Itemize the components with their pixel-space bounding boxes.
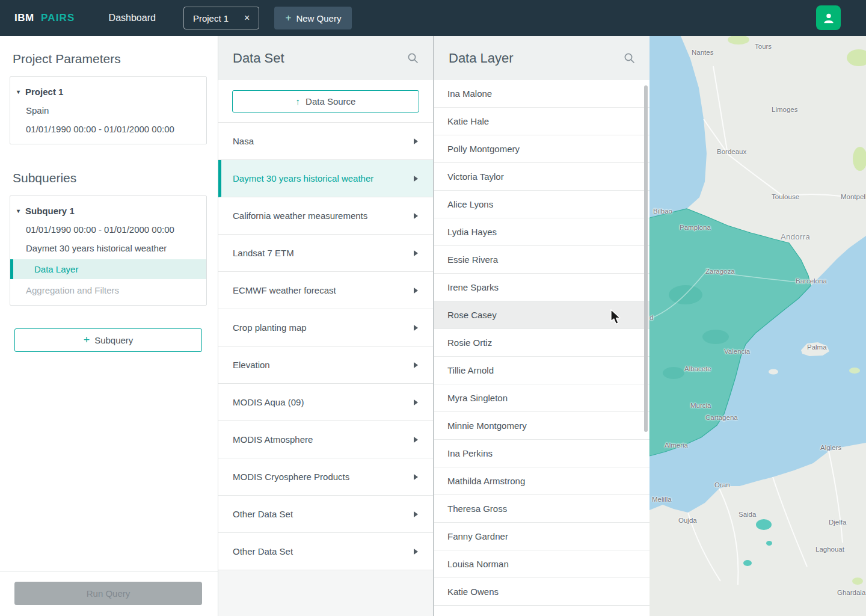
datalayer-item[interactable]: Ina Perkins	[434, 440, 650, 467]
dataset-item[interactable]: Landsat 7 ETM	[218, 235, 433, 272]
datalayer-item[interactable]: Tillie Arnold	[434, 357, 650, 384]
search-icon[interactable]	[407, 52, 419, 64]
project-parameters-title: Project Parameters	[13, 52, 218, 66]
run-query-button[interactable]: Run Query	[14, 582, 202, 605]
scrollbar-thumb[interactable]	[644, 85, 648, 432]
plus-icon: +	[285, 12, 291, 24]
datalayer-item[interactable]: Lydia Hayes	[434, 218, 650, 246]
datalayer-item[interactable]: Myra Singleton	[434, 384, 650, 412]
dataset-panel: Data Set ↑ Data Source Nasa Daymet 30 ye…	[218, 36, 434, 616]
project-region: Spain	[10, 101, 206, 120]
search-icon[interactable]	[624, 52, 635, 64]
data-source-button-area: ↑ Data Source	[218, 80, 433, 122]
expand-arrow-icon	[414, 213, 418, 219]
arrow-up-icon: ↑	[296, 96, 301, 106]
dataset-panel-title: Data Set	[233, 51, 284, 66]
query-sidebar: Project Parameters ▾ Project 1 Spain 01/…	[0, 36, 218, 616]
dataset-item[interactable]: MODIS Atmosphere	[218, 421, 433, 458]
project-name: Project 1	[25, 87, 63, 97]
main-content: Project Parameters ▾ Project 1 Spain 01/…	[0, 36, 866, 616]
dataset-item[interactable]: ECMWF weather forecast	[218, 272, 433, 309]
expand-arrow-icon	[414, 138, 418, 144]
dataset-item[interactable]: Crop planting map	[218, 309, 433, 346]
dataset-panel-header: Data Set	[218, 36, 433, 80]
project-card-header[interactable]: ▾ Project 1	[10, 83, 206, 101]
dataset-item[interactable]: Other Data Set	[218, 533, 433, 570]
tab-project-1[interactable]: Project 1 ×	[183, 7, 260, 29]
ibm-pairs-logo[interactable]: IBM PAIRS	[14, 12, 75, 24]
datalayer-item[interactable]: Polly Montgomery	[434, 135, 650, 163]
datalayer-item[interactable]: Essie Rivera	[434, 246, 650, 274]
expand-arrow-icon	[414, 362, 418, 368]
datalayer-item[interactable]: Rosie Ortiz	[434, 329, 650, 357]
dataset-item-selected[interactable]: Daymet 30 years historical weather	[218, 160, 433, 197]
map-graphic	[650, 36, 866, 616]
datalayer-item[interactable]: Irene Sparks	[434, 274, 650, 301]
subquery-name: Subquery 1	[25, 206, 75, 216]
datalayer-item[interactable]: Katie Hale	[434, 108, 650, 135]
datalayer-list: Ina Malone Katie Hale Polly Montgomery V…	[434, 80, 650, 606]
datalayer-item[interactable]: Louisa Norman	[434, 550, 650, 578]
dataset-item[interactable]: California weather measurements	[218, 197, 433, 235]
add-subquery-label: Subquery	[94, 335, 133, 345]
subquery-step-aggregation[interactable]: Aggregation and Filters	[10, 281, 206, 300]
datalayer-item[interactable]: Minnie Montgomery	[434, 412, 650, 440]
user-icon	[822, 11, 835, 25]
new-query-button[interactable]: + New Query	[274, 7, 352, 29]
expand-arrow-icon	[414, 288, 418, 294]
dataset-list: Nasa Daymet 30 years historical weather …	[218, 122, 433, 570]
expand-arrow-icon	[414, 399, 418, 405]
subquery-card: ▾ Subquery 1 01/01/1990 00:00 - 01/01/20…	[10, 196, 207, 306]
caret-down-icon: ▾	[17, 208, 20, 214]
dataset-item[interactable]: Other Data Set	[218, 496, 433, 533]
data-source-button[interactable]: ↑ Data Source	[232, 90, 419, 112]
expand-arrow-icon	[414, 250, 418, 256]
datalayer-panel: Data Layer Ina Malone Katie Hale Polly M…	[434, 36, 650, 616]
subquery-card-header[interactable]: ▾ Subquery 1	[10, 202, 206, 220]
brand-ibm: IBM	[14, 12, 34, 23]
add-subquery-button[interactable]: + Subquery	[14, 328, 202, 352]
datalayer-panel-header: Data Layer	[434, 36, 650, 80]
project-card: ▾ Project 1 Spain 01/01/1990 00:00 - 01/…	[10, 76, 207, 144]
expand-arrow-icon	[414, 325, 418, 331]
top-navbar: IBM PAIRS Dashboard Project 1 × + New Qu…	[0, 0, 866, 36]
expand-arrow-icon	[414, 474, 418, 480]
ibm-pairs-app: IBM PAIRS Dashboard Project 1 × + New Qu…	[0, 0, 866, 616]
subqueries-title: Subqueries	[13, 171, 218, 185]
datalayer-item[interactable]: Katie Owens	[434, 578, 650, 606]
project-date-range: 01/01/1990 00:00 - 01/01/2000 00:00	[10, 120, 206, 138]
expand-arrow-icon	[414, 437, 418, 443]
brand-pairs: PAIRS	[41, 12, 75, 23]
subquery-dataset: Daymet 30 years historical weather	[10, 239, 206, 257]
subquery-date-range: 01/01/1990 00:00 - 01/01/2000 00:00	[10, 220, 206, 239]
subquery-step-data-layer[interactable]: Data Layer	[10, 259, 206, 279]
datalayer-panel-title: Data Layer	[449, 51, 514, 66]
close-icon[interactable]: ×	[244, 13, 250, 23]
datalayer-item[interactable]: Theresa Gross	[434, 495, 650, 523]
datalayer-item[interactable]: Alice Lyons	[434, 191, 650, 218]
plus-icon: +	[84, 334, 90, 346]
expand-arrow-icon	[414, 176, 418, 182]
data-source-label: Data Source	[306, 96, 355, 106]
dataset-item[interactable]: Nasa	[218, 123, 433, 160]
caret-down-icon: ▾	[17, 88, 20, 95]
datalayer-item[interactable]: Victoria Taylor	[434, 163, 650, 191]
new-query-label: New Query	[296, 13, 341, 23]
expand-arrow-icon	[414, 511, 418, 517]
sidebar-footer: Run Query	[0, 571, 218, 616]
dataset-item[interactable]: MODIS Cryosphere Products	[218, 458, 433, 496]
datalayer-item[interactable]: Fanny Gardner	[434, 523, 650, 550]
datalayer-item[interactable]: Mathilda Armstrong	[434, 467, 650, 495]
tab-label: Project 1	[193, 13, 229, 23]
expand-arrow-icon	[414, 549, 418, 555]
datalayer-item[interactable]: Ina Malone	[434, 80, 650, 108]
user-avatar-button[interactable]	[816, 5, 841, 30]
nav-dashboard[interactable]: Dashboard	[109, 13, 156, 23]
map-canvas[interactable]: Tours Nantes Limoges Bordeaux Toulouse M…	[650, 36, 866, 616]
datalayer-item-hovered[interactable]: Rose Casey	[434, 301, 650, 329]
dataset-item[interactable]: MODIS Aqua (09)	[218, 384, 433, 421]
dataset-item[interactable]: Elevation	[218, 346, 433, 384]
